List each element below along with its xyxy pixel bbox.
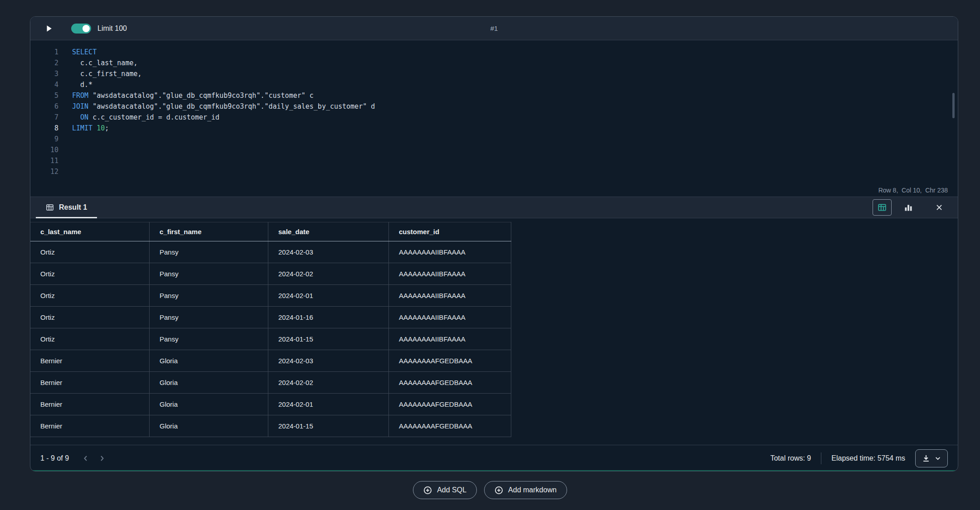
line-number: 1 [30,47,72,58]
plus-circle-icon [423,486,432,495]
code-text: c.c_last_name, [72,58,138,68]
tab-result-1[interactable]: Result 1 [36,197,97,218]
next-page-button[interactable] [95,452,109,465]
cell-toolbar: Limit 100 #1 [30,17,958,40]
table-cell: 2024-02-03 [268,241,389,263]
cursor-status: Row 8, Col 10, Chr 238 [30,184,958,197]
code-line[interactable]: 10 [30,144,958,155]
line-number: 4 [30,79,72,90]
line-number: 12 [30,166,72,177]
table-cell: AAAAAAAAFGEDBAAA [389,372,511,394]
code-line[interactable]: 2 c.c_last_name, [30,58,958,68]
code-line[interactable]: 5FROM "awsdatacatalog"."glue_db_cqmfkub9… [30,90,958,101]
play-icon [45,24,53,33]
pager [79,452,109,465]
column-header: c_last_name [30,222,150,241]
editor-scrollbar[interactable] [952,93,955,118]
table-cell: Gloria [150,394,268,415]
table-cell: AAAAAAAAIIBFAAAA [389,328,511,350]
prev-page-button[interactable] [79,452,92,465]
close-results-button[interactable] [931,200,947,215]
line-number: 6 [30,101,72,112]
limit-toggle-label: Limit 100 [97,24,127,33]
table-cell: 2024-02-02 [268,263,389,285]
table-cell: 2024-01-15 [268,328,389,350]
chevron-down-icon [935,455,941,462]
table-icon [46,203,54,212]
sql-editor[interactable]: 1SELECT2 c.c_last_name,3 c.c_first_name,… [30,40,958,184]
table-cell: AAAAAAAAFGEDBAAA [389,415,511,437]
table-cell: AAAAAAAAIIBFAAAA [389,263,511,285]
footer-stats: Total rows: 9 Elapsed time: 5754 ms [770,449,948,467]
chevron-left-icon [82,455,89,462]
table-cell: 2024-02-01 [268,394,389,415]
add-cell-actions: Add SQL Add markdown [0,481,980,499]
code-text: LIMIT 10; [72,123,109,134]
results-footer: 1 - 9 of 9 Total rows: 9 Elapsed time: 5… [30,445,958,471]
table-header-row: c_last_namec_first_namesale_datecustomer… [30,222,511,241]
elapsed-time-label: Elapsed time: 5754 ms [831,454,905,462]
column-header: customer_id [389,222,511,241]
table-cell: AAAAAAAAIIBFAAAA [389,307,511,328]
table-cell: 2024-01-15 [268,415,389,437]
view-controls [873,197,958,218]
code-line[interactable]: 8LIMIT 10; [30,123,958,134]
add-markdown-label: Add markdown [508,486,557,494]
table-cell: AAAAAAAAIIBFAAAA [389,241,511,263]
table-row: BernierGloria2024-02-02AAAAAAAAFGEDBAAA [30,372,511,394]
line-number: 2 [30,58,72,68]
table-view-button[interactable] [873,199,892,216]
table-cell: Bernier [30,350,150,372]
code-text: FROM "awsdatacatalog"."glue_db_cqmfkub9c… [72,90,314,101]
column-header: c_first_name [150,222,268,241]
chevron-right-icon [98,455,106,462]
code-text: SELECT [72,47,97,58]
close-icon [935,203,943,212]
code-text: JOIN "awsdatacatalog"."glue_db_cqmfkub9c… [72,101,375,112]
table-row: OrtizPansy2024-02-03AAAAAAAAIIBFAAAA [30,241,511,263]
table-cell: Pansy [150,328,268,350]
table-cell: Bernier [30,415,150,437]
code-line[interactable]: 9 [30,134,958,144]
limit-toggle[interactable]: Limit 100 [71,24,127,34]
line-number: 9 [30,134,72,144]
table-cell: 2024-01-16 [268,307,389,328]
code-line[interactable]: 6JOIN "awsdatacatalog"."glue_db_cqmfkub9… [30,101,958,112]
code-line[interactable]: 3 c.c_first_name, [30,68,958,79]
download-results-button[interactable] [915,449,948,467]
table-row: BernierGloria2024-01-15AAAAAAAAFGEDBAAA [30,415,511,437]
download-icon [922,454,930,462]
table-cell: 2024-02-03 [268,350,389,372]
table-cell: Ortiz [30,307,150,328]
add-markdown-button[interactable]: Add markdown [484,481,567,499]
column-header: sale_date [268,222,389,241]
total-rows-label: Total rows: 9 [770,454,811,462]
line-number: 7 [30,112,72,123]
code-lines: 1SELECT2 c.c_last_name,3 c.c_first_name,… [30,47,958,177]
add-sql-label: Add SQL [437,486,466,494]
code-line[interactable]: 11 [30,155,958,166]
table-cell: AAAAAAAAFGEDBAAA [389,394,511,415]
code-line[interactable]: 4 d.* [30,79,958,90]
tab-result-label: Result 1 [59,203,87,212]
code-text: d.* [72,79,92,90]
table-cell: Pansy [150,241,268,263]
plus-circle-icon [495,486,503,495]
line-number: 8 [30,123,72,134]
toggle-switch-icon [71,24,91,34]
code-line[interactable]: 7 ON c.c_customer_id = d.customer_id [30,112,958,123]
table-cell: Ortiz [30,263,150,285]
footer-divider [821,452,821,464]
cell-number-label: #1 [30,24,958,32]
add-sql-button[interactable]: Add SQL [413,481,477,499]
run-query-button[interactable] [42,22,56,35]
code-line[interactable]: 1SELECT [30,47,958,58]
chart-view-button[interactable] [899,199,918,216]
bar-chart-icon [904,203,913,212]
table-cell: Pansy [150,263,268,285]
code-line[interactable]: 12 [30,166,958,177]
pagination-info: 1 - 9 of 9 [40,454,69,462]
table-cell: Pansy [150,307,268,328]
line-number: 3 [30,68,72,79]
table-row: OrtizPansy2024-02-02AAAAAAAAIIBFAAAA [30,263,511,285]
